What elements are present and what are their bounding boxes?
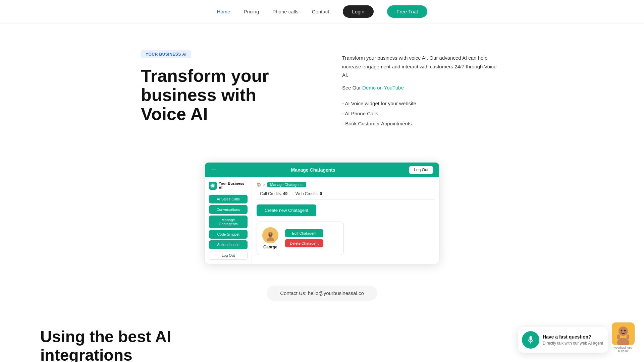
feature-1: - AI Voice widget for your website: [342, 99, 503, 109]
feature-3: - Book Customer Appointments: [342, 119, 503, 129]
edit-chatagent-button[interactable]: Edit Chatagent: [285, 229, 323, 237]
nav-home[interactable]: Home: [217, 9, 230, 14]
delete-chatagent-button[interactable]: Delete Chatagent: [285, 239, 323, 247]
sidebar-item-subscriptions[interactable]: Subscriptions: [209, 240, 248, 249]
breadcrumb-current: Manage Chatagents: [267, 182, 306, 187]
navbar: Home Pricing Phone calls Contact Login F…: [0, 0, 644, 23]
chat-widget[interactable]: Have a fast question? Directly talk with…: [518, 322, 635, 353]
agent-avatar: [262, 227, 278, 243]
hero-features: - AI Voice widget for your website - AI …: [342, 99, 503, 129]
app-sidebar: Your Business AI AI Sales Calls Conversa…: [205, 177, 252, 264]
sidebar-item-manage-chatagents[interactable]: Manage Chatagents: [209, 216, 248, 228]
app-brand: Your Business AI: [209, 181, 248, 190]
chat-mic-icon: [522, 331, 539, 349]
hero-section: YOUR BUSINESS AI Transform your business…: [0, 23, 644, 156]
nav-phone-calls[interactable]: Phone calls: [272, 9, 299, 14]
svg-point-11: [621, 330, 623, 331]
demo-link[interactable]: Demo on YouTube: [362, 85, 404, 90]
svg-rect-13: [617, 335, 620, 339]
app-topbar: ← Manage Chatagents Log Out: [205, 163, 439, 177]
app-topbar-logout-button[interactable]: Log Out: [409, 166, 433, 174]
svg-point-6: [271, 233, 272, 234]
sidebar-item-code-snippet[interactable]: Code Snippet: [209, 230, 248, 239]
chat-widget-brand: yourbusinessai.co.uk: [614, 346, 632, 353]
web-credits: Web Credits: 0: [296, 191, 322, 196]
chat-widget-text: Have a fast question? Directly talk with…: [543, 334, 603, 346]
app-screenshot-section: ← Manage Chatagents Log Out Your Busines…: [0, 156, 644, 278]
agent-action-buttons: Edit Chatagent Delete Chatagent: [285, 229, 323, 247]
svg-point-1: [211, 184, 214, 187]
feature-2: - AI Phone Calls: [342, 109, 503, 119]
agent-name: George: [263, 245, 277, 249]
app-body: Your Business AI AI Sales Calls Conversa…: [205, 177, 439, 264]
hero-left: YOUR BUSINESS AI Transform your business…: [141, 50, 302, 129]
brand-icon: [209, 182, 217, 190]
app-breadcrumb: 🏠 > Manage Chatagents: [257, 182, 434, 187]
chat-widget-title: Have a fast question?: [543, 334, 603, 340]
agent-card: George Edit Chatagent Delete Chatagent: [257, 222, 344, 255]
app-window: ← Manage Chatagents Log Out Your Busines…: [205, 162, 439, 264]
nav-contact[interactable]: Contact: [312, 9, 329, 14]
svg-rect-14: [627, 335, 629, 339]
contact-section: Contact Us: hello@yourbusinessai.co: [0, 278, 644, 314]
contact-pill: Contact Us: hello@yourbusinessai.co: [267, 286, 377, 301]
nav-pricing[interactable]: Pricing: [244, 9, 259, 14]
hero-right: Transform your business with voice AI. O…: [342, 50, 503, 129]
chat-widget-bubble[interactable]: Have a fast question? Directly talk with…: [518, 327, 608, 353]
sidebar-logout-button[interactable]: Log Out: [209, 251, 248, 260]
login-button[interactable]: Login: [343, 5, 374, 18]
svg-point-7: [269, 235, 272, 237]
svg-point-12: [624, 330, 626, 331]
hero-youtube-text: See Our Demo on YouTube: [342, 85, 503, 90]
app-credits: Call Credits: 49 Web Credits: 0: [257, 191, 434, 200]
app-back-button[interactable]: ←: [211, 166, 217, 173]
breadcrumb-home-icon[interactable]: 🏠: [257, 182, 261, 187]
hero-title: Transform your business with Voice AI: [141, 66, 302, 124]
app-main: 🏠 > Manage Chatagents Call Credits: 49 W…: [252, 177, 439, 264]
svg-point-9: [619, 326, 628, 336]
chat-agent-avatar: [612, 322, 635, 345]
svg-point-5: [269, 233, 270, 234]
brand-label: Your Business AI: [219, 181, 248, 190]
chat-widget-subtitle: Directly talk with our web AI agent: [543, 341, 603, 346]
create-chatagent-button[interactable]: Create new Chatagent: [257, 204, 316, 216]
free-trial-button[interactable]: Free Trial: [387, 5, 427, 18]
sidebar-item-conversations[interactable]: Conversations: [209, 205, 248, 214]
sidebar-item-ai-sales-calls[interactable]: AI Sales Calls: [209, 195, 248, 203]
breadcrumb-separator: >: [263, 183, 265, 187]
chat-agent-avatar-container: yourbusinessai.co.uk: [612, 322, 635, 353]
call-credits: Call Credits: 49: [260, 191, 287, 196]
app-topbar-title: Manage Chatagents: [217, 167, 409, 173]
ai-section-title: Using the best AI integrations: [40, 327, 241, 362]
hero-description: Transform your business with voice AI. O…: [342, 54, 503, 79]
hero-badge: YOUR BUSINESS AI: [141, 50, 191, 58]
